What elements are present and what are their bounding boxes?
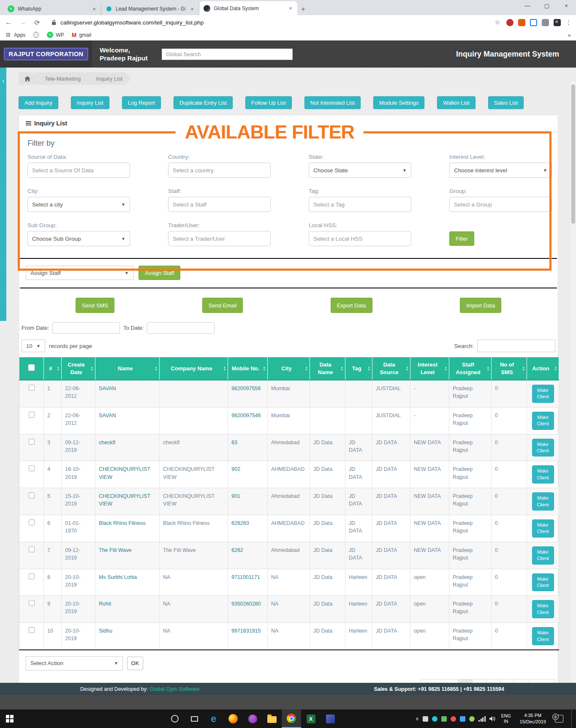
- name-link[interactable]: SAVAN: [99, 413, 116, 418]
- action-center-icon[interactable]: 5: [555, 715, 563, 723]
- mobile-link[interactable]: 6262: [231, 547, 243, 553]
- close-button[interactable]: ×: [557, 0, 576, 13]
- tray-icon-olive[interactable]: [469, 716, 475, 722]
- column-header-interest-level[interactable]: Interest Level▲▼: [410, 357, 449, 380]
- nav-button-follow-up-list[interactable]: Follow Up List: [245, 96, 292, 109]
- filter-select-city[interactable]: Select a city▼: [27, 197, 130, 212]
- name-link[interactable]: SAVAN: [99, 386, 116, 391]
- firefox-icon[interactable]: [223, 709, 243, 728]
- make-client-button[interactable]: Make Client: [532, 385, 554, 403]
- sort-icon[interactable]: ▲▼: [263, 366, 266, 371]
- tray-expand-icon[interactable]: ∧: [416, 716, 419, 722]
- mobile-link[interactable]: 9971631915: [231, 628, 261, 634]
- select-all-checkbox[interactable]: [28, 364, 35, 371]
- taskbar-clock[interactable]: 4:35 PM 15/Dec/2019: [516, 712, 549, 725]
- column-header-no-of-sms[interactable]: No of SMS▲▼: [492, 357, 527, 380]
- name-link[interactable]: CHECKINQUIRYLIST VIEW: [99, 493, 150, 507]
- bookmark-gmail[interactable]: Mgmail: [72, 32, 91, 38]
- to-date-input[interactable]: [147, 322, 215, 334]
- row-checkbox[interactable]: [29, 573, 35, 579]
- mobile-link[interactable]: 9711001171: [231, 574, 260, 580]
- make-client-button[interactable]: Make Client: [532, 573, 554, 592]
- browser-menu-icon[interactable]: ⋮: [565, 19, 572, 26]
- tray-icon-blue[interactable]: [460, 716, 465, 722]
- app-icon-blue[interactable]: [321, 709, 340, 728]
- nav-button-inquiry-list[interactable]: Inquiry List: [71, 96, 109, 109]
- name-link[interactable]: Ms Surbhi Lohia: [99, 574, 137, 580]
- assign-staff-button[interactable]: Assign Staff: [139, 266, 180, 280]
- footer-developer-link[interactable]: Global Gym Software: [149, 686, 200, 692]
- select-action-dropdown[interactable]: Select Action▼: [26, 656, 123, 671]
- column-header-name[interactable]: Name▲▼: [95, 357, 160, 380]
- column-header-item[interactable]: #▲▼: [44, 357, 62, 380]
- task-view-icon[interactable]: [185, 709, 204, 728]
- name-link[interactable]: CHECKINQUIRYLIST VIEW: [99, 466, 150, 480]
- sort-icon[interactable]: ▲▼: [487, 366, 489, 371]
- sort-icon[interactable]: ▲▼: [91, 366, 93, 371]
- row-checkbox[interactable]: [29, 519, 35, 525]
- page-scrollbar[interactable]: [571, 81, 576, 728]
- row-checkbox[interactable]: [29, 385, 35, 391]
- row-checkbox[interactable]: [29, 600, 35, 606]
- tab-close-icon[interactable]: ×: [189, 6, 196, 12]
- make-client-button[interactable]: Make Client: [532, 439, 554, 457]
- sort-icon[interactable]: ▲▼: [155, 366, 158, 371]
- extension-icon-red[interactable]: [506, 19, 514, 26]
- make-client-button[interactable]: Make Client: [532, 492, 554, 511]
- name-link[interactable]: Sidhu: [99, 628, 112, 634]
- tab-close-icon[interactable]: ×: [287, 5, 294, 11]
- extension-icon-orange[interactable]: [518, 19, 525, 26]
- row-checkbox[interactable]: [29, 546, 35, 552]
- make-client-button[interactable]: Make Client: [532, 465, 554, 484]
- sort-icon[interactable]: ▲▼: [341, 366, 343, 371]
- column-header-data-name[interactable]: Data Name▲▼: [310, 357, 345, 380]
- filter-input-trader-user[interactable]: [168, 231, 271, 246]
- network-icon[interactable]: [478, 716, 486, 722]
- column-header-city[interactable]: City▲▼: [268, 357, 310, 380]
- tab-close-icon[interactable]: ×: [91, 6, 98, 12]
- volume-icon[interactable]: [489, 716, 496, 722]
- filter-input-staff[interactable]: [168, 197, 271, 212]
- mobile-link[interactable]: 9820097556: [231, 386, 261, 391]
- sort-icon[interactable]: ▲▼: [445, 366, 447, 371]
- mobile-link[interactable]: 63: [231, 440, 237, 445]
- file-explorer-icon[interactable]: [262, 709, 282, 728]
- nav-button-log-report[interactable]: Log Report: [122, 96, 161, 109]
- column-header-action[interactable]: Action▲▼: [527, 357, 559, 380]
- row-checkbox[interactable]: [29, 439, 35, 445]
- mobile-link[interactable]: 9820097546: [231, 413, 261, 418]
- send-email-button[interactable]: Send Email: [202, 298, 243, 313]
- tray-icon-green[interactable]: [441, 716, 447, 722]
- column-header-company-name[interactable]: Company Name▲▼: [160, 357, 228, 380]
- column-header-staff-assigned[interactable]: Staff Assigned▲▼: [449, 357, 492, 380]
- sort-icon[interactable]: ▲▼: [522, 366, 525, 371]
- make-client-button[interactable]: Make Client: [532, 546, 554, 565]
- extension-icon-photos[interactable]: [542, 19, 549, 26]
- mobile-link[interactable]: 902: [231, 466, 240, 472]
- refresh-icon[interactable]: ⟳: [33, 19, 41, 27]
- tray-icon-monitor[interactable]: [423, 716, 428, 722]
- bookmark-globe-icon[interactable]: [33, 32, 39, 38]
- make-client-button[interactable]: Make Client: [532, 627, 554, 645]
- filter-input-tag[interactable]: [309, 197, 411, 212]
- filter-input-source-of-data[interactable]: [27, 163, 130, 178]
- sort-icon[interactable]: ▲▼: [305, 366, 308, 371]
- name-link[interactable]: Rohit: [99, 601, 111, 607]
- forward-icon[interactable]: →: [19, 19, 27, 26]
- import-data-button[interactable]: Import Data: [460, 298, 501, 313]
- name-link[interactable]: The Fitt Wave: [99, 547, 131, 553]
- filter-select-state[interactable]: Choose State▼: [309, 163, 411, 178]
- browser-tab-whatsapp[interactable]: WhatsApp×: [3, 3, 101, 15]
- nav-button-duplicate-entry-list[interactable]: Duplicate Entry List: [174, 96, 233, 109]
- filter-input-country[interactable]: [168, 163, 271, 178]
- row-checkbox[interactable]: [29, 627, 35, 633]
- nav-button-module-settings[interactable]: Module Settings: [373, 96, 424, 109]
- sidebar-toggle-chevron-icon[interactable]: ›: [0, 75, 6, 87]
- tray-icon-teal[interactable]: [432, 716, 437, 722]
- extension-icon-tools[interactable]: [554, 19, 561, 26]
- sort-icon[interactable]: ▲▼: [368, 366, 370, 371]
- bookmark-apps[interactable]: Apps: [5, 32, 25, 38]
- from-date-input[interactable]: [52, 322, 120, 334]
- filter-select-sub-group[interactable]: Choose Sub Group▼: [27, 231, 130, 246]
- table-search-input[interactable]: [477, 340, 555, 352]
